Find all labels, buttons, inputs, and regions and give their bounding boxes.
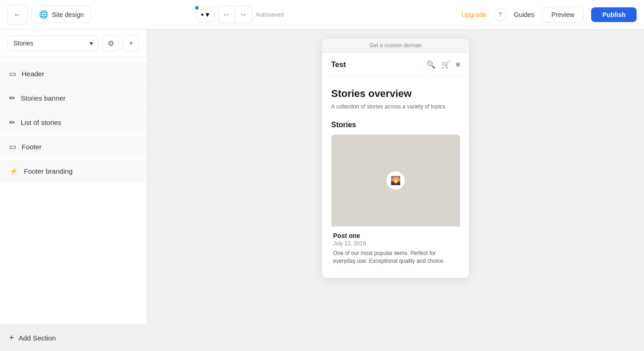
help-icon: ? bbox=[499, 11, 502, 18]
stories-overview-desc: A collection of stories across a variety… bbox=[331, 103, 460, 110]
main: Stories ▾ ⚙ + ▭ Header ✏ Stories banner … bbox=[0, 29, 644, 351]
back-icon: ← bbox=[14, 11, 21, 19]
publish-button[interactable]: Publish bbox=[591, 7, 637, 22]
sidebar-item-stories-banner[interactable]: ✏ Stories banner bbox=[0, 86, 147, 110]
story-date: July 12, 2019 bbox=[333, 240, 458, 247]
chevron-down-icon: ▾ bbox=[90, 40, 93, 47]
header-icon: ▭ bbox=[9, 69, 16, 78]
undo-redo-group: ↩ ↪ bbox=[218, 6, 252, 23]
sidebar-item-footer-branding[interactable]: ⚡ Footer branding bbox=[0, 159, 147, 183]
add-section-button[interactable]: + Add Section bbox=[0, 324, 147, 351]
site-title: Test bbox=[331, 61, 346, 69]
menu-icon[interactable]: ≡ bbox=[456, 61, 460, 69]
story-post-title: Post one bbox=[333, 232, 458, 239]
settings-icon: ⚙ bbox=[108, 39, 114, 48]
sidebar: Stories ▾ ⚙ + ▭ Header ✏ Stories banner … bbox=[0, 29, 147, 351]
sidebar-item-footer[interactable]: ▭ Footer bbox=[0, 135, 147, 159]
stories-overview-title: Stories overview bbox=[331, 88, 460, 100]
sidebar-top: Stories ▾ ⚙ + bbox=[0, 29, 147, 57]
image-icon-wrap: 🌄 bbox=[386, 171, 405, 190]
preview-frame: Get a custom domain Test 🔍 🛒 ≡ Stories o… bbox=[322, 39, 469, 278]
story-excerpt: One of our most popular items. Perfect f… bbox=[333, 249, 458, 265]
stories-banner-icon: ✏ bbox=[9, 94, 15, 102]
device-selector[interactable]: ▪ ▾ bbox=[196, 7, 214, 22]
topbar: ← 🌐 Site design ▪ ▾ ↩ ↪ Autosaved Upgrad… bbox=[0, 0, 644, 29]
add-section-icon: + bbox=[9, 333, 14, 343]
sidebar-item-list-of-stories[interactable]: ✏ List of stories bbox=[0, 111, 147, 134]
site-header-icons: 🔍 🛒 ≡ bbox=[426, 60, 460, 69]
topbar-right: Upgrade ? Guides Preview Publish bbox=[462, 7, 637, 23]
custom-domain-link[interactable]: Get a custom domain bbox=[369, 42, 422, 49]
add-page-button[interactable]: + bbox=[123, 35, 139, 51]
sections-list: ▭ Header ✏ Stories banner ✏ List of stor… bbox=[0, 57, 147, 323]
footer-branding-icon: ⚡ bbox=[9, 167, 18, 176]
search-icon[interactable]: 🔍 bbox=[426, 60, 436, 69]
stories-section-title: Stories bbox=[331, 121, 460, 129]
undo-button[interactable]: ↩ bbox=[218, 6, 235, 23]
guides-link[interactable]: Guides bbox=[514, 11, 534, 18]
help-button[interactable]: ? bbox=[494, 8, 506, 21]
upgrade-link[interactable]: Upgrade bbox=[462, 11, 487, 18]
sidebar-item-header[interactable]: ▭ Header bbox=[0, 62, 147, 85]
active-dot bbox=[195, 6, 199, 10]
site-header: Test 🔍 🛒 ≡ bbox=[322, 53, 469, 77]
device-icon: ▪ bbox=[201, 11, 204, 19]
redo-button[interactable]: ↪ bbox=[235, 6, 252, 23]
device-chevron: ▾ bbox=[206, 10, 209, 19]
settings-button[interactable]: ⚙ bbox=[103, 35, 119, 51]
preview-area: Get a custom domain Test 🔍 🛒 ≡ Stories o… bbox=[147, 29, 644, 351]
sidebar-item-label: Footer bbox=[22, 143, 41, 151]
story-image-placeholder: 🌄 bbox=[331, 135, 460, 226]
preview-button[interactable]: Preview bbox=[542, 7, 584, 23]
page-select-value: Stories bbox=[13, 40, 34, 47]
story-info: Post one July 12, 2019 One of our most p… bbox=[331, 226, 460, 267]
footer-icon: ▭ bbox=[9, 142, 16, 151]
topbar-center: ▪ ▾ ↩ ↪ Autosaved bbox=[22, 6, 458, 23]
add-section-label: Add Section bbox=[19, 334, 56, 342]
site-content: Stories overview A collection of stories… bbox=[322, 77, 469, 278]
page-select[interactable]: Stories ▾ bbox=[7, 35, 99, 51]
autosaved-label: Autosaved bbox=[256, 11, 284, 18]
sidebar-item-label: List of stories bbox=[21, 119, 61, 126]
sidebar-item-label: Stories banner bbox=[21, 94, 66, 102]
sidebar-item-label: Footer branding bbox=[24, 167, 73, 175]
story-card: 🌄 Post one July 12, 2019 One of our most… bbox=[331, 135, 460, 267]
custom-domain-bar[interactable]: Get a custom domain bbox=[322, 39, 469, 53]
cart-icon[interactable]: 🛒 bbox=[441, 60, 450, 69]
sidebar-item-label: Header bbox=[22, 70, 44, 78]
plus-icon: + bbox=[129, 39, 133, 47]
list-stories-icon: ✏ bbox=[9, 118, 15, 127]
image-placeholder-icon: 🌄 bbox=[391, 176, 401, 186]
